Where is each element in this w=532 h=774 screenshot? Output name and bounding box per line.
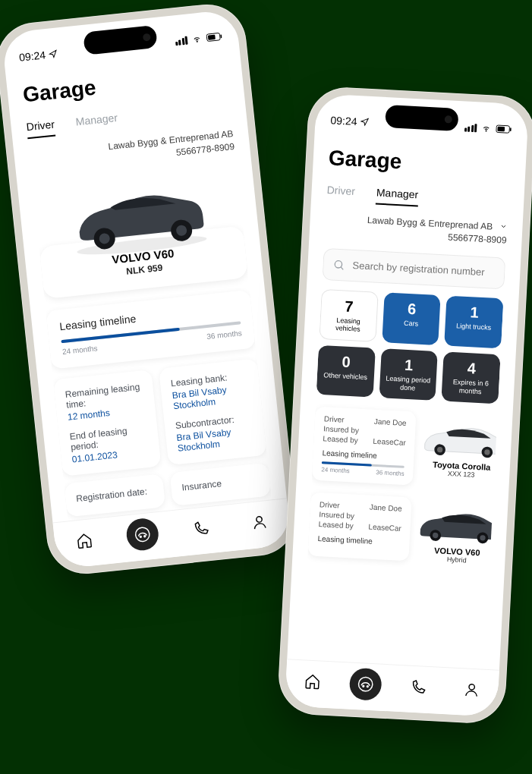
timeline-start: 24 months: [61, 344, 98, 356]
location-icon: [48, 49, 58, 59]
svg-point-12: [257, 516, 263, 522]
nav-garage[interactable]: [125, 517, 160, 552]
svg-point-27: [363, 685, 364, 687]
timeline-title: Leasing timeline: [59, 301, 240, 332]
registration-card: Registration date:: [64, 474, 165, 517]
nav-call[interactable]: [402, 670, 436, 703]
search-icon: [332, 258, 345, 271]
insurance-label: Insurance: [181, 474, 260, 493]
phone-mockup-driver: 09:24 Garage Driver Manager Lawab Bygg &…: [0, 1, 300, 577]
svg-point-28: [367, 685, 368, 687]
status-time: 09:24: [18, 49, 46, 64]
svg-point-9: [135, 527, 150, 542]
phone-mockup-manager: 09:24 Garage Driver Manager Lawab Bygg &…: [277, 86, 532, 725]
stat-leasing-vehicles[interactable]: 7 Leasing vehicles: [319, 289, 378, 343]
wifi-icon: [190, 34, 203, 45]
timeline-end: 36 months: [206, 329, 243, 341]
view-tabs: Driver Manager: [326, 184, 509, 212]
signal-icon: [464, 123, 477, 132]
bottom-nav: [285, 659, 499, 717]
tab-driver[interactable]: Driver: [326, 184, 356, 203]
svg-point-10: [140, 536, 142, 537]
svg-point-11: [144, 535, 146, 536]
wifi-icon: [480, 124, 493, 134]
svg-rect-2: [220, 34, 222, 38]
nav-home[interactable]: [296, 664, 329, 697]
svg-rect-16: [497, 127, 505, 132]
stat-other-vehicles[interactable]: 0 Other vehicles: [316, 345, 376, 398]
search-input[interactable]: [352, 260, 496, 278]
svg-rect-15: [510, 127, 512, 131]
stat-light-trucks[interactable]: 1 Light trucks: [444, 295, 503, 349]
vehicle-list-item[interactable]: DriverJane Doe Insured by Leased byLease…: [307, 492, 493, 565]
location-icon: [360, 117, 370, 127]
signal-icon: [175, 36, 188, 46]
nav-call[interactable]: [184, 511, 219, 546]
vehicle-timeline-title: Leasing timeline: [317, 534, 401, 547]
stat-cars[interactable]: 6 Cars: [382, 292, 441, 346]
insurance-card: Insurance: [169, 462, 271, 505]
registration-label: Registration date:: [76, 485, 154, 504]
tab-manager[interactable]: Manager: [75, 112, 118, 134]
vehicle-image: [416, 498, 502, 548]
battery-icon: [206, 32, 223, 42]
leasing-partners-card: Leasing bank: Bra Bil Vsaby Stockholm Su…: [159, 358, 267, 465]
device-notch: [385, 105, 458, 131]
stat-expiring[interactable]: 4 Expires in 6 months: [442, 352, 501, 404]
garage-icon: [134, 525, 152, 543]
vehicle-list-item[interactable]: DriverJane Doe Insured by Leased byLease…: [312, 407, 498, 489]
tab-manager[interactable]: Manager: [376, 187, 418, 207]
fleet-stats: 7 Leasing vehicles 6 Cars 1 Light trucks…: [316, 289, 504, 404]
page-title: Garage: [328, 146, 511, 180]
tab-driver[interactable]: Driver: [26, 118, 56, 140]
vehicle-image: [420, 412, 506, 462]
status-time: 09:24: [330, 114, 357, 127]
person-icon: [463, 681, 480, 698]
svg-point-0: [197, 41, 197, 42]
home-icon: [304, 672, 321, 690]
home-icon: [75, 531, 93, 549]
svg-rect-3: [208, 35, 216, 40]
svg-point-13: [486, 131, 486, 131]
nav-garage[interactable]: [349, 667, 382, 700]
nav-profile[interactable]: [242, 505, 277, 540]
person-icon: [250, 513, 269, 531]
vehicle-timeline-title: Leasing timeline: [322, 448, 405, 461]
nav-home[interactable]: [67, 523, 102, 558]
garage-icon: [357, 675, 374, 693]
search-box[interactable]: [323, 248, 506, 290]
nav-profile[interactable]: [455, 672, 488, 706]
stat-period-done[interactable]: 1 Leasing period done: [379, 348, 438, 401]
leasing-timeline-card: Leasing timeline 24 months 36 months: [46, 289, 256, 369]
svg-point-26: [358, 677, 373, 691]
phone-icon: [410, 678, 427, 695]
chevron-down-icon: [499, 221, 508, 234]
svg-point-29: [469, 684, 475, 690]
phone-icon: [192, 519, 210, 537]
leasing-dates-card: Remaining leasing time: 12 months End of…: [53, 370, 162, 477]
battery-icon: [496, 124, 513, 134]
